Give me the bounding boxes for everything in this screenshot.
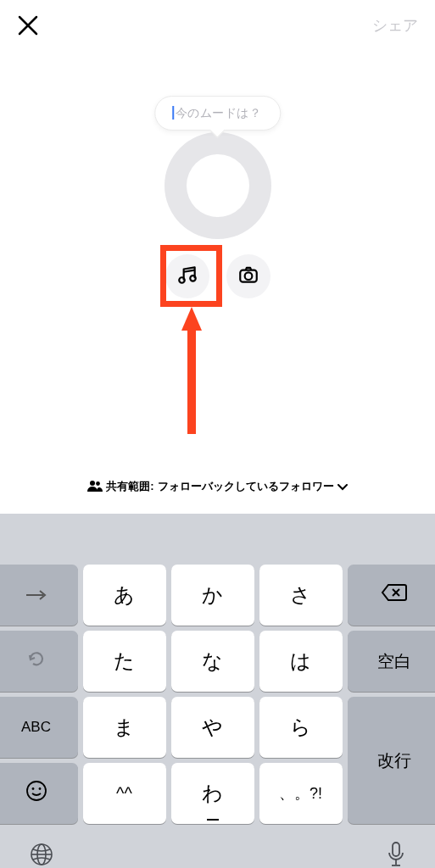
svg-point-16 — [38, 787, 41, 790]
undo-icon — [25, 648, 47, 675]
svg-rect-20 — [393, 843, 399, 856]
audience-value: フォローバックしているフォロワー — [158, 479, 334, 494]
camera-icon — [237, 264, 259, 289]
key-return[interactable]: 改行 — [348, 697, 436, 824]
globe-button[interactable] — [29, 842, 54, 867]
close-icon[interactable] — [17, 14, 39, 36]
audience-selector[interactable]: 共有範囲: フォローバックしているフォロワー — [0, 479, 435, 494]
mood-placeholder: 今のムードは？ — [176, 106, 262, 120]
key-space[interactable]: 空白 — [348, 631, 436, 692]
key-abc[interactable]: ABC — [0, 697, 78, 758]
key-wa-label: わ — [202, 780, 223, 807]
text-caret — [172, 106, 174, 120]
key-sa[interactable]: さ — [259, 565, 343, 626]
music-icon — [176, 264, 198, 289]
music-button[interactable] — [165, 254, 209, 298]
svg-point-6 — [244, 272, 252, 280]
emoji-icon — [25, 780, 47, 807]
svg-point-10 — [96, 481, 100, 486]
svg-point-14 — [27, 782, 46, 800]
key-ra[interactable]: ら — [259, 697, 343, 758]
mic-icon — [386, 841, 406, 868]
key-delete[interactable] — [348, 565, 436, 626]
key-ya[interactable]: や — [171, 697, 254, 758]
key-ka[interactable]: か — [171, 565, 254, 626]
svg-marker-8 — [181, 307, 202, 331]
share-button[interactable]: シェア — [372, 15, 418, 36]
audience-label: 共有範囲: — [106, 479, 153, 494]
key-ma[interactable]: ま — [83, 697, 166, 758]
svg-point-15 — [31, 787, 34, 790]
people-icon — [87, 480, 103, 494]
underscore-mark — [207, 819, 219, 821]
key-wa[interactable]: わ — [171, 763, 254, 824]
annotation-arrow — [181, 307, 202, 434]
key-ha[interactable]: は — [259, 631, 343, 692]
keyboard: あ か さ た な は 空白 ABC — [0, 514, 435, 868]
key-a[interactable]: あ — [83, 565, 166, 626]
avatar — [165, 132, 271, 239]
svg-point-3 — [190, 275, 196, 281]
key-punct[interactable]: 、。?! — [259, 763, 343, 824]
chevron-down-icon — [337, 481, 348, 493]
mic-button[interactable] — [386, 841, 406, 868]
svg-point-2 — [179, 277, 185, 283]
key-ta[interactable]: た — [83, 631, 166, 692]
key-na[interactable]: な — [171, 631, 254, 692]
mood-input[interactable]: 今のムードは？ — [154, 96, 282, 131]
key-next-candidate[interactable] — [0, 565, 78, 626]
key-kaomoji[interactable]: ^^ — [83, 763, 166, 824]
camera-button[interactable] — [226, 254, 270, 298]
globe-icon — [29, 842, 54, 867]
key-emoji[interactable] — [0, 763, 78, 824]
svg-line-4 — [183, 270, 194, 272]
key-undo[interactable] — [0, 631, 78, 692]
avatar-inner — [187, 154, 249, 217]
delete-icon — [381, 583, 408, 607]
svg-point-9 — [90, 481, 95, 486]
